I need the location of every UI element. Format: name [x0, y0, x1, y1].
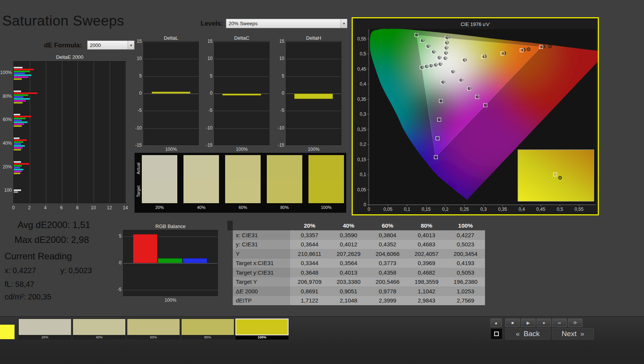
x-tick-label: 0,2 [442, 207, 449, 212]
table-cell: 0,3648 [290, 268, 329, 277]
saturation-tile-60%[interactable]: 60% [127, 319, 180, 340]
saturation-tile-80%[interactable]: 80% [181, 319, 234, 340]
saturation-tile-100%[interactable]: 100% [235, 319, 289, 340]
table-cell: 0,4358 [368, 268, 407, 277]
gridline [286, 146, 341, 146]
de-bar [14, 100, 26, 102]
avg-de2000-stat: Avg dE2000: 1,51 [18, 220, 90, 230]
de-bar [14, 169, 23, 170]
de-bar [14, 163, 29, 165]
row-label: x: CIE31 [233, 230, 290, 240]
de-bar [14, 92, 37, 94]
tile-label: 40% [73, 335, 126, 340]
gridline [144, 59, 198, 59]
de-bar [14, 161, 21, 163]
gridline [123, 263, 217, 264]
tile-color [73, 319, 126, 335]
next-button[interactable]: Next » [552, 328, 594, 340]
tile-color [127, 319, 180, 335]
de-y-axis-label: 100% [0, 70, 12, 75]
de-bar [14, 102, 23, 104]
actual-swatch [183, 155, 219, 179]
gridline [78, 61, 78, 203]
record-icon: ● [543, 320, 545, 325]
swatch-label: 20% [141, 205, 178, 210]
column-header: 60% [368, 222, 407, 229]
delta-x-axis-label: 100% [143, 147, 199, 152]
delta-value-bar [222, 94, 261, 95]
x-tick-label: 0,3 [480, 207, 487, 212]
loop-icon: ∞ [558, 320, 561, 325]
refresh-button[interactable]: ⟳ [568, 319, 582, 327]
row-label: y: CIE31 [233, 240, 290, 249]
y-tick-label: 0,1 [360, 172, 366, 177]
cie-diagram: 00,050,10,150,20,250,30,350,40,450,50,55… [354, 28, 598, 215]
measured-point [542, 45, 545, 48]
pattern-window-button[interactable] [490, 328, 503, 340]
de-bar [14, 173, 20, 174]
refresh-icon: ⟳ [573, 320, 577, 325]
cie-1976-chart-panel[interactable]: CIE 1976 u'v' 00,050,10,150,20,250,30,35… [352, 17, 599, 215]
loop-button[interactable]: ∞ [552, 319, 567, 327]
de-bar [14, 91, 21, 92]
swatch-tile [266, 155, 303, 204]
delta-y-axis-label: -5 [272, 108, 284, 113]
swatch-tile [225, 155, 261, 204]
table-cell: 0,4352 [368, 240, 407, 249]
deltah-chart [286, 41, 341, 145]
column-header: 40% [329, 222, 368, 229]
saturation-tile-40%[interactable]: 40% [73, 319, 126, 340]
table-cell: 0,3804 [368, 230, 407, 240]
row-label: ΔE 2000 [233, 286, 290, 296]
record-button[interactable]: ● [537, 319, 551, 327]
gridline [144, 111, 198, 111]
table-cell: 0,3564 [329, 259, 368, 268]
levels-dropdown[interactable]: 20% Sweeps ▾ [226, 19, 347, 28]
table-row: x: CIE310,33570,35900,38040,40130,4227 [233, 230, 486, 240]
gridline [144, 42, 198, 42]
play-icon: ▶ [527, 320, 530, 325]
gridline [144, 128, 198, 129]
de-formula-dropdown[interactable]: 2000 ▾ [87, 40, 135, 50]
up-arrow-button[interactable]: ▲ [490, 319, 502, 327]
y-tick-label: 0,4 [360, 81, 366, 87]
de-bar [14, 76, 28, 78]
target-swatch [142, 179, 177, 203]
stop-button[interactable]: ■ [505, 319, 520, 327]
page-title: Saturation Sweeps [2, 13, 124, 29]
de-bar [14, 98, 30, 100]
y-tick-label: 0,35 [357, 97, 367, 102]
delta-y-axis-label: -5 [130, 108, 142, 113]
current-fl-value: fL: 58,47 [5, 280, 34, 289]
calibration-app-window: Saturation Sweeps dE Formula: 2000 ▾ Lev… [0, 0, 644, 364]
x-tick-label: 0,35 [498, 207, 507, 212]
table-cell: 196,2380 [446, 277, 485, 287]
de-bar [14, 143, 21, 145]
table-cell: 200,5466 [368, 277, 407, 287]
current-x-value: x: 0,4227 [5, 266, 36, 275]
x-tick-label: 0 [368, 207, 370, 212]
y-tick-label: 0,25 [357, 127, 367, 132]
gridline [110, 61, 110, 203]
de-formula-label: dE Formula: [44, 42, 82, 49]
delta-y-axis-label: -10 [200, 125, 213, 131]
table-header-row: 20%40%60%80%100% [227, 221, 486, 230]
table-cell: 2,7569 [446, 296, 485, 306]
de-y-axis-label: 20% [0, 164, 12, 170]
gridline [286, 59, 341, 59]
back-button[interactable]: « Back [505, 328, 550, 340]
play-button[interactable]: ▶ [521, 319, 535, 327]
swatch-tile [141, 155, 178, 204]
table-cell: 200,3454 [446, 249, 485, 259]
de-y-axis-label: 100 [0, 188, 12, 193]
table-cell: 1,7122 [290, 296, 329, 306]
x-tick-label: 0,5 [557, 207, 563, 212]
target-row-label: Target [136, 180, 141, 203]
y-tick-label: 0,3 [360, 112, 366, 117]
y-tick-label: 0,15 [357, 157, 367, 162]
table-row: Target x:CIE310,33440,35640,37730,39690,… [233, 259, 486, 268]
target-swatch [225, 179, 261, 203]
de-bar [14, 171, 22, 172]
saturation-tile-20%[interactable]: 20% [18, 319, 71, 340]
table-row: dEITP1,71222,10482,39992,98432,7569 [233, 296, 486, 306]
